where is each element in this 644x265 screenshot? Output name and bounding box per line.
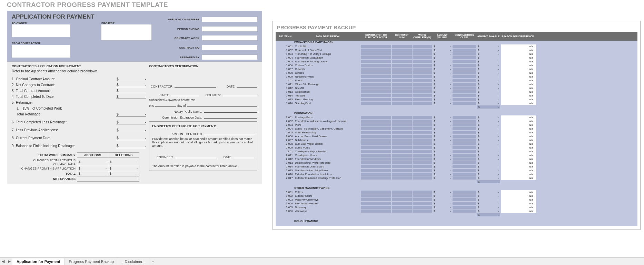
backup-row: 1.015Finish Grading$-$-n/a bbox=[276, 98, 637, 101]
backup-row: 3.003Masonry Chimneys$-$-n/a bbox=[276, 198, 637, 202]
backup-row: 1.007Culverts$-$-n/a bbox=[276, 67, 637, 71]
backup-table-body: EXCAVATION & EARTHWORK1.001Cut & Fill$-$… bbox=[276, 41, 637, 226]
engineer-certificate-box: ENGINEER'S CERTIFICATE FOR PAYMENT: AMOU… bbox=[149, 121, 257, 171]
backup-row: 1.002Removal of Stone/Dirt$-$-n/a bbox=[276, 48, 637, 52]
backup-row: 2.013Damproofing, Water-proofing$-$-n/a bbox=[276, 161, 637, 165]
tab-progress-payment-backup[interactable]: Progress Payment Backup bbox=[65, 258, 118, 265]
backup-row: 2.008Sub-Slab Vapor Barrier$-$-n/a bbox=[276, 142, 637, 146]
backup-row: 3.001Patios$-$-n/a bbox=[276, 190, 637, 194]
add-sheet-button[interactable]: + bbox=[149, 259, 157, 264]
backup-row: 2.002Foundation walls/stem walls/grade b… bbox=[276, 119, 637, 123]
tab-application-for-payment[interactable]: Application for Payment bbox=[12, 258, 65, 265]
contractor-app-subtext: Refer to backup sheets attached for deta… bbox=[12, 69, 146, 73]
prepared-by-label: PREPARED BY bbox=[165, 56, 199, 59]
main-title: CONTRACTOR PROGRESS PAYMENT TEMPLATE bbox=[7, 1, 262, 9]
backup-row: 2.01Crawlspace Vapor Barrier$-$-n/a bbox=[276, 150, 637, 153]
app-no-input[interactable] bbox=[202, 17, 257, 22]
backup-row: 1.006Curtain Drains$-$-n/a bbox=[276, 63, 637, 67]
backup-sheet-preview: PROGRESS PAYMENT BACKUP BID ITEM #TASK D… bbox=[262, 0, 644, 257]
backup-row: 3.006Walkways$-$-n/a bbox=[276, 209, 637, 213]
backup-row: 1.011Other Site Drainage$-$-n/a bbox=[276, 82, 637, 86]
backup-table-header: BID ITEM #TASK DESCRIPTIONCONTRACTOR OR … bbox=[276, 32, 637, 41]
backup-row: 3.005Driveway$-$-n/a bbox=[276, 205, 637, 209]
category-row: ROUGH FRAMING bbox=[276, 220, 637, 223]
backup-row: 2.004Slabs - Foundation, Basement, Garag… bbox=[276, 127, 637, 131]
period-label: PERIOD ENDING bbox=[165, 28, 199, 31]
backup-row: 2.015Slab Insulation: Edge/Blow$-$-n/a bbox=[276, 169, 637, 172]
backup-row: 1.012Backfill$-$-n/a bbox=[276, 86, 637, 90]
tab-scroll-right-icon[interactable]: ▶ bbox=[6, 259, 12, 264]
contract-work-input[interactable] bbox=[202, 35, 257, 40]
backup-row: 1.005Foundation Footing Drains$-$-n/a bbox=[276, 60, 637, 63]
backup-row: 2.009Sump Pump$-$-n/a bbox=[276, 146, 637, 150]
contract-no-input[interactable] bbox=[202, 45, 257, 50]
section-total-row: $- bbox=[276, 105, 637, 109]
from-contractor-label: FROM CONTRACTOR bbox=[12, 42, 40, 45]
backup-title: PROGRESS PAYMENT BACKUP bbox=[277, 24, 637, 30]
prepared-by-input[interactable] bbox=[202, 55, 257, 60]
backup-row: 2.012Foundation Windows$-$-n/a bbox=[276, 157, 637, 161]
contractor-certification-column: CONTRACTOR'S CERTIFICATION CONTRACTORDAT… bbox=[149, 64, 257, 182]
application-sheet: CONTRACTOR PROGRESS PAYMENT TEMPLATE APP… bbox=[0, 0, 262, 257]
backup-row: 2.003Piers$-$-n/a bbox=[276, 123, 637, 127]
tab-scroll-left-icon[interactable]: ◀ bbox=[0, 259, 6, 264]
contract-no-label: CONTRACT NO bbox=[165, 46, 199, 49]
contractor-app-header: CONTRACTOR'S APPLICATION FOR PAYMENT bbox=[12, 64, 146, 68]
backup-row: 1.008Swales$-$-n/a bbox=[276, 71, 637, 75]
application-header-block: APPLICATION FOR PAYMENT TO OWNER FROM CO… bbox=[7, 11, 262, 62]
category-row: EXCAVATION & EARTHWORK bbox=[276, 41, 637, 44]
backup-row: 2.014Foundation Drain Board$-$-n/a bbox=[276, 165, 637, 169]
backup-row: 1.016Seeding/Sod$-$-n/a bbox=[276, 101, 637, 105]
backup-row: 2.005Steel Reinforcing$-$-n/a bbox=[276, 131, 637, 134]
backup-row: 1.003Trenching For Utility Hookups$-$-n/… bbox=[276, 52, 637, 56]
backup-row: 1.014Top Soil$-$-n/a bbox=[276, 94, 637, 98]
to-owner-input[interactable] bbox=[12, 24, 70, 37]
backup-row: 1.004Foundation Excavation$-$-n/a bbox=[276, 56, 637, 60]
backup-row: 2.011Crawlspace Vents$-$-n/a bbox=[276, 153, 637, 157]
from-contractor-input[interactable] bbox=[12, 45, 70, 58]
backup-row: 2.007Bulkheads$-$-n/a bbox=[276, 138, 637, 142]
backup-row: 1.009Retaining Walls$-$-n/a bbox=[276, 75, 637, 79]
app-no-label: APPLICATION NUMBER bbox=[165, 18, 199, 21]
backup-row: 2.006Anchor Bolts, Hold Downs$-$-n/a bbox=[276, 134, 637, 138]
backup-row: 3.002Exterior Stairs$-$-n/a bbox=[276, 194, 637, 198]
period-input[interactable] bbox=[202, 27, 257, 31]
tab-disclaimer[interactable]: - Disclaimer - bbox=[118, 258, 149, 265]
backup-row: 2.017Exterior Insulation Coating/ Protec… bbox=[276, 176, 637, 180]
section-total-row: $- bbox=[276, 180, 637, 184]
backup-row: 2.016Exterior Foundation Insulation$-$-n… bbox=[276, 172, 637, 176]
category-row: OTHER MASONRY/PAVING bbox=[276, 186, 637, 190]
backup-row: 1.01Ponds$-$-n/a bbox=[276, 79, 637, 82]
contract-work-label: CONTRACT WORK bbox=[165, 37, 199, 40]
project-input[interactable] bbox=[101, 24, 151, 40]
contractor-application-column: CONTRACTOR'S APPLICATION FOR PAYMENT Ref… bbox=[12, 64, 146, 182]
backup-row: 1.013Compaction$-$-n/a bbox=[276, 90, 637, 94]
backup-row: 2.001Footings/Pads$-$-n/a bbox=[276, 115, 637, 119]
cert-header: CONTRACTOR'S CERTIFICATION bbox=[149, 64, 257, 68]
category-row: FOUNDATION bbox=[276, 112, 637, 115]
extra-work-summary-table: EXTRA WORK SUMMARYADDITIONSDELETIONS CHA… bbox=[12, 152, 139, 182]
backup-row: 3.004Fireplaces/Hearths$-$-n/a bbox=[276, 202, 637, 205]
section-total-row: $- bbox=[276, 213, 637, 217]
backup-row: 1.001Cut & Fill$-$-n/a bbox=[276, 44, 637, 48]
sheet-tab-bar: ◀ ▶ Application for Payment Progress Pay… bbox=[0, 257, 644, 265]
